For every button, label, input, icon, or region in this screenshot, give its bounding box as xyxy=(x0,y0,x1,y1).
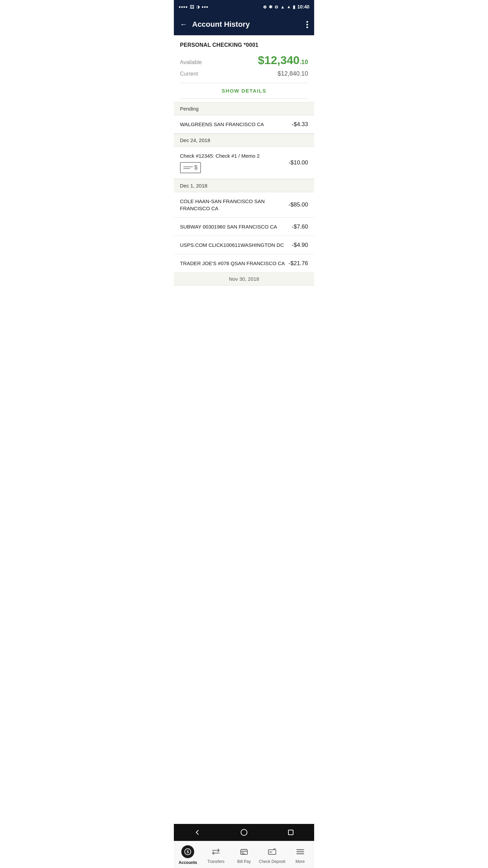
transaction-name: SUBWAY 00301960 SAN FRANCISCO CA xyxy=(180,223,288,230)
transaction-row[interactable]: COLE HAAN-SAN FRANCISCO SAN FRANCISCO CA… xyxy=(174,192,314,218)
more-dot-3 xyxy=(306,26,308,28)
signal-icon: ●●●● xyxy=(179,5,188,9)
show-details-button[interactable]: SHOW DETAILS xyxy=(180,83,308,99)
section-header-nov30: Nov 30, 2018 xyxy=(174,273,314,285)
more-dot-1 xyxy=(306,21,308,23)
transaction-details: TRADER JOE'S #078 QSAN FRANCISCO CA xyxy=(180,260,285,267)
transaction-amount: -$4.33 xyxy=(292,121,308,128)
transaction-amount: -$7.60 xyxy=(292,223,308,230)
minus-icon: ⊖ xyxy=(274,4,278,9)
back-button[interactable]: ← xyxy=(180,20,187,29)
transaction-details: Check #12345: Check #1 / Memo 2 $ xyxy=(180,152,285,173)
current-label: Current xyxy=(180,71,198,77)
check-image-icon: $ xyxy=(180,162,201,173)
transaction-row[interactable]: Check #12345: Check #1 / Memo 2 $ -$10.0… xyxy=(174,147,314,179)
section-header-dec24: Dec 24, 2018 xyxy=(174,134,314,147)
transaction-details: COLE HAAN-SAN FRANCISCO SAN FRANCISCO CA xyxy=(180,198,285,212)
available-main: $12,340 xyxy=(258,54,300,67)
check-lines xyxy=(183,166,193,169)
transaction-name: USPS.COM CLICK100611WASHINGTON DC xyxy=(180,241,288,249)
status-left-icons: ●●●● 🖼 ◑ ●●● xyxy=(179,4,208,9)
wifi-icon: ▲ xyxy=(280,4,285,9)
image-icon: 🖼 xyxy=(190,4,194,9)
time-display: 10:40 xyxy=(297,4,309,9)
transaction-name: Check #12345: Check #1 / Memo 2 xyxy=(180,152,285,159)
header: ← Account History xyxy=(174,14,314,35)
transaction-name: WALGREENS SAN FRANCISCO CA xyxy=(180,121,288,128)
transaction-amount: -$85.00 xyxy=(288,201,308,208)
transaction-row[interactable]: USPS.COM CLICK100611WASHINGTON DC -$4.90 xyxy=(174,236,314,254)
transaction-name: TRADER JOE'S #078 QSAN FRANCISCO CA xyxy=(180,260,285,267)
sync-icon: ⊕ xyxy=(263,4,267,9)
more-dot-2 xyxy=(306,24,308,25)
circle-icon: ◑ xyxy=(196,4,200,9)
transaction-details: USPS.COM CLICK100611WASHINGTON DC xyxy=(180,241,288,249)
account-info-section: PERSONAL CHECKING *0001 Available $12,34… xyxy=(174,35,314,102)
transaction-row[interactable]: WALGREENS SAN FRANCISCO CA -$4.33 xyxy=(174,115,314,134)
available-label: Available xyxy=(180,59,202,65)
check-icon-container: $ xyxy=(180,162,285,173)
transaction-amount: -$4.90 xyxy=(292,242,308,249)
signal-strength-icon: ▲ xyxy=(287,4,291,9)
transaction-row[interactable]: TRADER JOE'S #078 QSAN FRANCISCO CA -$21… xyxy=(174,254,314,273)
transaction-row[interactable]: SUBWAY 00301960 SAN FRANCISCO CA -$7.60 xyxy=(174,218,314,236)
more-menu-button[interactable] xyxy=(306,21,308,28)
current-amount: $12,840.10 xyxy=(278,70,308,77)
transaction-amount: -$10.00 xyxy=(288,159,308,166)
check-line-2 xyxy=(183,168,190,169)
status-bar: ●●●● 🖼 ◑ ●●● ⊕ ✱ ⊖ ▲ ▲ ▮ 10:40 xyxy=(174,0,314,14)
current-balance-row: Current $12,840.10 xyxy=(180,70,308,83)
transaction-details: SUBWAY 00301960 SAN FRANCISCO CA xyxy=(180,223,288,230)
transaction-name: COLE HAAN-SAN FRANCISCO SAN FRANCISCO CA xyxy=(180,198,285,212)
transaction-amount: -$21.76 xyxy=(288,260,308,267)
available-balance-row: Available $12,340.10 xyxy=(180,54,308,67)
dots-icon: ●●● xyxy=(202,5,208,9)
account-name: PERSONAL CHECKING *0001 xyxy=(180,42,308,48)
status-right-icons: ⊕ ✱ ⊖ ▲ ▲ ▮ 10:40 xyxy=(263,4,309,9)
check-dollar-sign: $ xyxy=(194,164,198,171)
check-line-1 xyxy=(183,166,193,167)
section-header-pending: Pending xyxy=(174,102,314,115)
main-content: PERSONAL CHECKING *0001 Available $12,34… xyxy=(174,35,314,333)
transaction-list: Pending WALGREENS SAN FRANCISCO CA -$4.3… xyxy=(174,102,314,285)
available-amount: $12,340.10 xyxy=(258,54,308,67)
section-header-dec1: Dec 1, 2018 xyxy=(174,179,314,192)
page-title: Account History xyxy=(192,20,306,29)
bluetooth-icon: ✱ xyxy=(269,4,272,9)
available-cents: .10 xyxy=(300,59,308,66)
battery-icon: ▮ xyxy=(293,4,295,9)
transaction-details: WALGREENS SAN FRANCISCO CA xyxy=(180,121,288,128)
